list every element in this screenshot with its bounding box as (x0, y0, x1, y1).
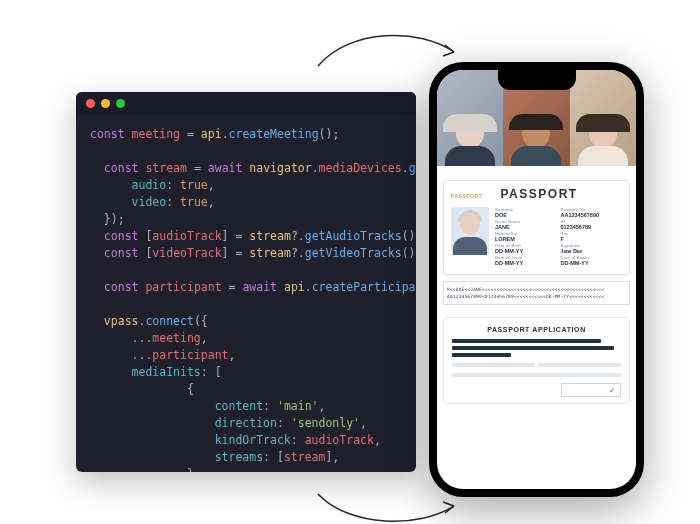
code-editor: const meeting = api.createMeeting(); con… (76, 92, 416, 472)
window-close-icon (86, 99, 95, 108)
form-line (452, 353, 511, 357)
form-field (452, 363, 535, 367)
passport-application-form: PASSPORT APPLICATION ✓ (443, 317, 630, 404)
phone-screen: PASSPORT PASSPORT SurnameDOE Passport No… (437, 70, 636, 489)
form-line (452, 339, 601, 343)
window-max-icon (116, 99, 125, 108)
passport-fields: SurnameDOE Passport NoAA1234567890 Given… (495, 207, 622, 266)
editor-titlebar (76, 92, 416, 114)
form-line (452, 346, 614, 350)
video-participant-3 (570, 70, 636, 166)
form-field (452, 373, 621, 377)
passport-photo (451, 207, 489, 255)
passport-mrz: P<<DOE<<JANE<<<<<<<<<<<<<<<<<<<<<<<<<<<<… (443, 281, 630, 305)
window-min-icon (101, 99, 110, 108)
phone-notch-icon (498, 70, 576, 90)
passport-title: PASSPORT (501, 187, 578, 201)
signature-box: ✓ (561, 383, 621, 397)
phone-mockup: PASSPORT PASSPORT SurnameDOE Passport No… (429, 62, 644, 497)
passport-card: PASSPORT PASSPORT SurnameDOE Passport No… (443, 180, 630, 275)
passport-tag: PASSPORT (451, 193, 482, 199)
form-field (539, 363, 622, 367)
video-participant-1 (437, 70, 503, 166)
code-block: const meeting = api.createMeeting(); con… (76, 114, 416, 472)
application-title: PASSPORT APPLICATION (452, 326, 621, 333)
check-icon: ✓ (609, 386, 616, 395)
